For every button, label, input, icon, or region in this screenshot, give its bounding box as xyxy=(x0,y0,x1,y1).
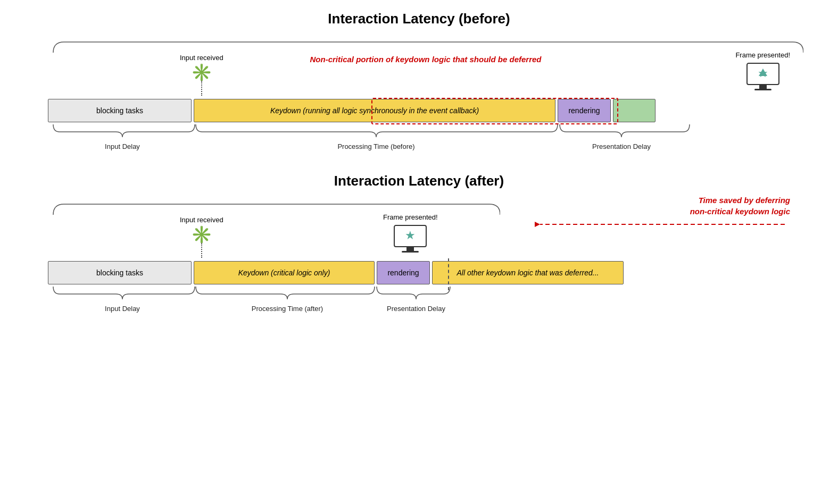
svg-text:Presentation Delay: Presentation Delay xyxy=(592,142,651,150)
time-saved-label: Time saved by deferringnon-critical keyd… xyxy=(690,195,790,217)
red-annotation-before: Non-critical portion of keydown logic th… xyxy=(261,54,591,65)
input-received-after: Input received ✳️ xyxy=(180,216,223,258)
svg-text:★: ★ xyxy=(405,229,416,242)
svg-rect-13 xyxy=(402,251,419,253)
svg-text:Processing Time (after): Processing Time (after) xyxy=(252,305,323,313)
frame-presented-after: Frame presented! ★ xyxy=(383,213,438,256)
svg-rect-3 xyxy=(759,85,767,89)
input-received-before: Input received ✳️ xyxy=(180,54,223,96)
after-section: Interaction Latency (after) Time saved b… xyxy=(32,173,806,314)
blocking-bar-after: blocking tasks xyxy=(48,261,192,284)
top-brace-before xyxy=(48,38,803,54)
svg-text:Processing Time (before): Processing Time (before) xyxy=(337,142,414,150)
before-section: Interaction Latency (before) Input recei… xyxy=(32,11,806,152)
diagram-container: Interaction Latency (before) Input recei… xyxy=(0,0,838,346)
spark-icon-before: ✳️ xyxy=(191,64,212,81)
svg-text:Input Delay: Input Delay xyxy=(105,142,140,150)
frame-presented-before: Frame presented! ★ xyxy=(735,51,790,94)
svg-text:Input Delay: Input Delay xyxy=(105,305,140,313)
monitor-icon-after: ★ xyxy=(391,223,429,256)
braces-below-before: Input Delay Processing Time (before) Pre… xyxy=(48,122,803,152)
svg-text:Presentation Delay: Presentation Delay xyxy=(387,305,445,313)
labels-area-before: Input Delay Processing Time (before) Pre… xyxy=(48,122,790,152)
bar-area-after: blocking tasks Keydown (critical logic o… xyxy=(48,261,790,284)
svg-text:★: ★ xyxy=(758,66,768,80)
keydown-bar-after: Keydown (critical logic only) xyxy=(194,261,375,284)
monitor-icon-before: ★ xyxy=(744,61,782,94)
braces-below-after: Input Delay Processing Time (after) Pres… xyxy=(48,284,803,314)
spark-icon-after: ✳️ xyxy=(191,226,212,243)
bar-row-before: blocking tasks Keydown (running all logi… xyxy=(48,99,790,122)
svg-rect-4 xyxy=(754,89,771,90)
labels-area-after: Input Delay Processing Time (after) Pres… xyxy=(48,284,790,314)
bar-area-before: blocking tasks Keydown (running all logi… xyxy=(48,99,790,122)
green-bar-before xyxy=(613,99,656,122)
bar-row-after: blocking tasks Keydown (critical logic o… xyxy=(48,261,790,284)
svg-rect-12 xyxy=(406,247,414,251)
blocking-bar-before: blocking tasks xyxy=(48,99,192,122)
deferred-bar-after: All other keydown logic that was deferre… xyxy=(432,261,624,284)
before-title: Interaction Latency (before) xyxy=(32,11,806,27)
rendering-bar-before: rendering xyxy=(558,99,611,122)
after-title: Interaction Latency (after) xyxy=(32,173,806,189)
rendering-bar-after: rendering xyxy=(377,261,430,284)
keydown-bar-before: Keydown (running all logic synchronously… xyxy=(194,99,555,122)
